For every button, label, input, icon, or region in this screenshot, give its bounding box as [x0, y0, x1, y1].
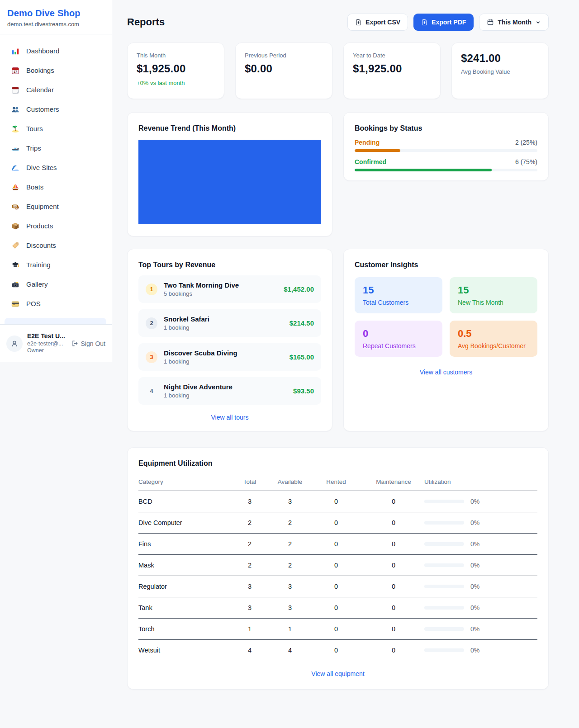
tours-icon	[11, 124, 20, 133]
sidebar-nav: Dashboard 17 Bookings Calendar Customers…	[0, 41, 112, 313]
sidebar-item-tours[interactable]: Tours	[0, 119, 112, 138]
sign-out-button[interactable]: Sign Out	[71, 340, 105, 347]
sidebar-item-discounts[interactable]: Discounts	[0, 236, 112, 255]
top-tours-title: Top Tours by Revenue	[138, 261, 321, 269]
svg-text:17: 17	[14, 70, 17, 73]
sidebar-item-bookings[interactable]: 17 Bookings	[0, 61, 112, 80]
sidebar-item-training[interactable]: Training	[0, 255, 112, 274]
view-all-equipment-link[interactable]: View all equipment	[138, 670, 537, 677]
sidebar-item-products[interactable]: Products	[0, 216, 112, 236]
rank-badge: 4	[146, 385, 157, 397]
dashboard-icon	[11, 47, 20, 56]
avatar	[6, 336, 23, 352]
training-icon	[11, 260, 20, 269]
bookings-icon: 17	[11, 66, 20, 75]
sidebar-item-customers[interactable]: Customers	[0, 99, 112, 119]
page-title: Reports	[127, 16, 165, 28]
table-row: BCD 3 3 0 0 0%	[138, 491, 537, 512]
insight-tile-total-customers: 15 Total Customers	[355, 277, 442, 313]
utilization-bar	[424, 606, 464, 610]
shop-header: Demo Dive Shop demo.test.divestreams.com	[0, 0, 112, 34]
sidebar-item-calendar[interactable]: Calendar	[0, 80, 112, 99]
export-pdf-button[interactable]: Export PDF	[413, 14, 474, 31]
sidebar-item-boats[interactable]: Boats	[0, 177, 112, 197]
revenue-trend-title: Revenue Trend (This Month)	[138, 124, 321, 132]
dive-sites-icon	[11, 163, 20, 172]
shop-domain: demo.test.divestreams.com	[7, 21, 104, 28]
equipment-utilization-card: Equipment Utilization Category Total Ava…	[127, 447, 549, 690]
tour-list-item: 1 Two Tank Morning Dive 5 bookings $1,45…	[138, 275, 321, 303]
calendar-icon	[11, 85, 20, 95]
insight-tile-repeat-customers: 0 Repeat Customers	[355, 321, 442, 357]
view-all-customers-link[interactable]: View all customers	[355, 369, 537, 376]
tour-list-item: 2 Snorkel Safari 1 booking $214.50	[138, 309, 321, 337]
utilization-bar	[424, 627, 464, 631]
customer-insights-title: Customer Insights	[355, 261, 537, 269]
utilization-bar	[424, 648, 464, 652]
sidebar-item-dashboard[interactable]: Dashboard	[0, 41, 112, 61]
equipment-icon	[11, 202, 20, 211]
export-csv-button[interactable]: Export CSV	[347, 14, 408, 31]
sidebar-item-gallery[interactable]: Gallery	[0, 274, 112, 294]
calendar-icon	[487, 19, 494, 26]
sidebar-item-dive-sites[interactable]: Dive Sites	[0, 158, 112, 177]
user-icon	[10, 340, 19, 348]
rank-badge: 3	[146, 351, 157, 363]
stats-row: This Month $1,925.00 +0% vs last month P…	[127, 43, 549, 99]
top-tours-card: Top Tours by Revenue 1 Two Tank Morning …	[127, 249, 332, 431]
user-email: e2e-tester@...	[27, 340, 65, 348]
utilization-bar	[424, 542, 464, 546]
confirmed-bar	[355, 169, 537, 171]
table-row: Regulator 3 3 0 0 0%	[138, 576, 537, 597]
status-row-confirmed: Confirmed 6 (75%)	[355, 158, 537, 171]
equipment-table: Category Total Available Rented Maintena…	[138, 476, 537, 661]
table-row: Torch 1 1 0 0 0%	[138, 619, 537, 640]
revenue-trend-card: Revenue Trend (This Month)	[127, 112, 332, 236]
user-role: Owner	[27, 347, 65, 355]
gallery-icon	[11, 280, 20, 289]
insight-tile-new-this-month: 15 New This Month	[450, 277, 537, 313]
customers-icon	[11, 105, 20, 114]
period-dropdown[interactable]: This Month	[479, 14, 549, 31]
discounts-icon	[11, 241, 20, 250]
bookings-by-status-card: Bookings by Status Pending 2 (25%) Confi…	[343, 112, 549, 181]
sidebar-item-equipment[interactable]: Equipment	[0, 197, 112, 216]
tour-list-item: 3 Discover Scuba Diving 1 booking $165.0…	[138, 343, 321, 371]
chevron-down-icon	[535, 19, 541, 25]
reports-page: Demo Dive Shop demo.test.divestreams.com…	[0, 0, 579, 728]
file-download-icon	[421, 19, 428, 26]
revenue-trend-chart	[138, 140, 321, 224]
products-icon	[11, 222, 20, 231]
shop-name: Demo Dive Shop	[7, 8, 104, 19]
pending-bar	[355, 149, 537, 152]
sidebar: Demo Dive Shop demo.test.divestreams.com…	[0, 0, 112, 362]
rank-badge: 1	[146, 284, 157, 295]
stat-card-avg-booking-value: $241.00 Avg Booking Value	[451, 43, 549, 99]
file-download-icon	[355, 19, 362, 26]
user-name: E2E Test U...	[27, 332, 65, 340]
equipment-utilization-title: Equipment Utilization	[138, 459, 537, 468]
user-footer: E2E Test U... e2e-tester@... Owner Sign …	[0, 324, 112, 362]
main-content: Reports Export CSV Export PDF This Month	[112, 0, 579, 717]
table-row: Mask 2 2 0 0 0%	[138, 555, 537, 576]
view-all-tours-link[interactable]: View all tours	[138, 414, 321, 421]
table-row: Tank 3 3 0 0 0%	[138, 597, 537, 619]
trips-icon	[11, 144, 20, 153]
table-row: Fins 2 2 0 0 0%	[138, 534, 537, 555]
table-row: Wetsuit 4 4 0 0 0%	[138, 640, 537, 661]
pos-icon	[11, 299, 20, 308]
sidebar-item-trips[interactable]: Trips	[0, 138, 112, 158]
utilization-bar	[424, 500, 464, 503]
stat-delta: +0% vs last month	[137, 80, 215, 86]
stat-card-previous-period: Previous Period $0.00	[235, 43, 332, 99]
utilization-bar	[424, 585, 464, 588]
sign-out-icon	[71, 340, 78, 347]
customer-insights-card: Customer Insights 15 Total Customers 15 …	[343, 249, 549, 431]
boats-icon	[11, 183, 20, 192]
status-row-pending: Pending 2 (25%)	[355, 139, 537, 152]
sidebar-item-reports-active[interactable]	[5, 318, 106, 324]
sidebar-item-pos[interactable]: POS	[0, 294, 112, 313]
topbar: Reports Export CSV Export PDF This Month	[127, 14, 549, 31]
stat-card-this-month: This Month $1,925.00 +0% vs last month	[127, 43, 224, 99]
table-row: Dive Computer 2 2 0 0 0%	[138, 512, 537, 534]
